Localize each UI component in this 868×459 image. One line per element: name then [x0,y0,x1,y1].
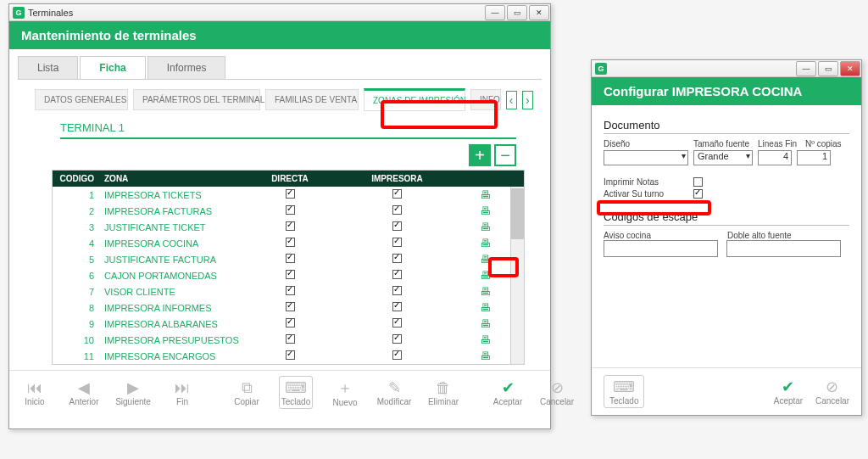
cell-impresora[interactable] [320,253,475,266]
diseno-combo[interactable] [604,150,688,165]
printer-config-button[interactable]: 🖶 [475,300,509,315]
table-row[interactable]: 1IMPRESORA TICKETS🖶 [53,187,524,203]
teclado-button[interactable]: ⌨Teclado [279,376,313,409]
close-button[interactable]: ✕ [840,61,860,76]
cell-impresora[interactable] [320,204,475,217]
subtab-prev-button[interactable]: ‹ [506,91,517,109]
subtab-informes[interactable]: INFORM [470,89,501,110]
cell-impresora[interactable] [320,188,475,201]
remove-row-button[interactable]: − [494,144,516,166]
table-row[interactable]: 4IMPRESORA COCINA🖶 [53,235,524,251]
siguiente-button[interactable]: ▶Siguiente [116,378,150,406]
lineas-input[interactable]: 4 [758,150,792,165]
cancelar-button[interactable]: ⊘Cancelar [540,378,574,406]
aviso-cocina-input[interactable] [604,240,718,257]
table-row[interactable]: 3JUSTIFICANTE TICKET🖶 [53,219,524,235]
col-codigo: CODIGO [53,171,99,187]
table-row[interactable]: 9IMPRESORA ALBARANES🖶 [53,316,524,332]
modificar-button[interactable]: ✎Modificar [377,378,411,406]
cell-impresora[interactable] [320,301,475,314]
teclado-button[interactable]: ⌨Teclado [604,375,644,408]
printer-config-button[interactable]: 🖶 [475,349,509,363]
cell-directa[interactable] [260,221,320,233]
printer-config-button[interactable]: 🖶 [475,316,509,331]
table-row[interactable]: 2IMPRESORA FACTURAS🖶 [53,203,524,219]
cell-codigo: 3 [53,221,99,233]
activar-turno-checkbox[interactable] [693,189,703,199]
aceptar-button[interactable]: ✔Aceptar [771,378,805,406]
maximize-button[interactable]: ▭ [507,5,527,20]
aceptar-button[interactable]: ✔Aceptar [491,378,525,406]
table-row[interactable]: 10IMPRESORA PRESUPUESTOS🖶 [53,332,524,348]
maximize-button[interactable]: ▭ [818,61,838,76]
titlebar-config[interactable]: G — ▭ ✕ [592,60,861,77]
cell-impresora[interactable] [320,221,475,233]
cell-impresora[interactable] [320,269,475,282]
printer-config-button[interactable]: 🖶 [475,252,509,266]
cell-impresora[interactable] [320,317,475,330]
subtab-zonas-impresion[interactable]: ZONAS DE IMPRESIÓN [364,88,465,111]
section-documento: Documento [604,119,849,132]
printer-config-button[interactable]: 🖶 [475,333,509,347]
tab-informes[interactable]: Informes [147,56,226,79]
printer-config-button[interactable]: 🖶 [475,268,509,283]
grid-scrollbar[interactable] [510,187,524,364]
cell-zona: CAJON PORTAMONEDAS [99,270,260,282]
printer-config-button[interactable]: 🖶 [475,188,509,202]
titlebar[interactable]: G Terminales — ▭ ✕ [9,4,550,21]
fin-button[interactable]: ⏭Fin [165,379,199,406]
tamano-combo[interactable]: Grande [693,150,753,165]
tab-ficha[interactable]: Ficha [80,56,145,79]
cell-directa[interactable] [260,301,320,314]
tab-lista[interactable]: Lista [18,56,78,79]
label-copias: Nº copias [805,139,842,148]
printer-config-button[interactable]: 🖶 [475,204,509,218]
nuevo-button[interactable]: ＋Nuevo [328,378,362,407]
copiar-button[interactable]: ⧉Copiar [230,379,264,406]
app-icon: G [13,7,25,19]
printer-config-button[interactable]: 🖶 [475,284,509,299]
close-button[interactable]: ✕ [529,5,549,20]
cell-impresora[interactable] [320,350,475,362]
eliminar-button[interactable]: 🗑Eliminar [426,379,460,406]
copias-input[interactable]: 1 [797,150,831,165]
cell-directa[interactable] [260,350,320,362]
cell-directa[interactable] [260,269,320,282]
add-row-button[interactable]: + [469,144,491,166]
cell-impresora[interactable] [320,285,475,298]
cell-directa[interactable] [260,188,320,201]
terminales-window: G Terminales — ▭ ✕ Mantenimiento de term… [8,3,551,429]
subtab-parametros[interactable]: PARÁMETROS DEL TERMINAL [133,89,260,110]
cell-directa[interactable] [260,333,320,346]
subtab-datos-generales[interactable]: DATOS GENERALES [35,89,128,110]
table-row[interactable]: 5JUSTIFICANTE FACTURA🖶 [53,251,524,267]
table-row[interactable]: 8IMPRESORA INFORMES🖶 [53,299,524,316]
bottom-toolbar: ⏮Inicio ◀Anterior ▶Siguiente ⏭Fin ⧉Copia… [9,370,550,414]
cell-codigo: 5 [53,254,99,266]
cell-codigo: 7 [53,286,99,298]
cell-directa[interactable] [260,285,320,298]
cell-directa[interactable] [260,317,320,330]
sub-tabs: DATOS GENERALES PARÁMETROS DEL TERMINAL … [35,88,533,111]
minimize-button[interactable]: — [796,61,816,76]
inicio-button[interactable]: ⏮Inicio [18,379,52,406]
printer-config-button[interactable]: 🖶 [475,220,509,234]
cancelar-button[interactable]: ⊘Cancelar [815,378,849,406]
table-row[interactable]: 7VISOR CLIENTE🖶 [53,283,524,299]
minimize-button[interactable]: — [485,5,505,20]
cell-directa[interactable] [260,237,320,249]
table-row[interactable]: 11IMPRESORA ENCARGOS🖶 [53,348,524,364]
printer-config-button[interactable]: 🖶 [475,236,509,250]
anterior-button[interactable]: ◀Anterior [67,378,101,406]
cell-directa[interactable] [260,253,320,266]
cell-zona: JUSTIFICANTE TICKET [99,221,260,233]
imprimir-notas-checkbox[interactable] [693,177,703,187]
cell-directa[interactable] [260,204,320,217]
subtab-next-button[interactable]: › [522,91,533,109]
cell-zona: IMPRESORA TICKETS [99,189,260,201]
subtab-familias[interactable]: FAMILIAS DE VENTA [265,89,359,110]
table-row[interactable]: 6CAJON PORTAMONEDAS🖶 [53,267,524,283]
doble-alto-input[interactable] [726,240,841,257]
cell-impresora[interactable] [320,237,475,249]
cell-impresora[interactable] [320,333,475,346]
